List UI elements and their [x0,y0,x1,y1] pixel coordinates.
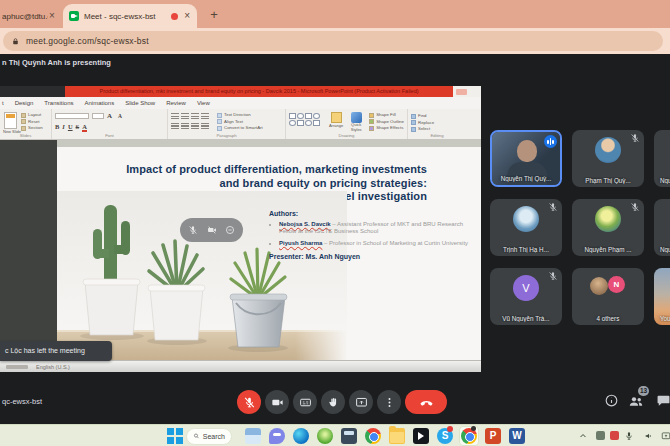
smartart-button[interactable]: Convert to SmartArt [217,125,263,132]
meeting-details-button[interactable] [604,393,619,408]
more-options-button[interactable] [377,390,401,414]
participant-tile-speaking[interactable]: Nguyễn Thị Quỳ... [490,130,562,187]
mic-toggle-button[interactable] [237,390,261,414]
participant-tile[interactable]: Trịnh Thị Hạ H... [490,199,562,256]
smartart-label: Convert to SmartArt [224,125,263,132]
window-controls-icon[interactable] [456,89,467,95]
shrink-font-button[interactable]: A [118,113,122,119]
tray-volume-icon[interactable] [644,431,654,441]
tray-app-icon[interactable] [596,431,605,440]
shape-box-icon [297,120,304,126]
bold-button[interactable]: B [55,123,59,130]
arrange-button[interactable]: Arrange [329,111,343,132]
font-size-box[interactable] [92,113,104,119]
browser-tab-strip: aphuc@tdtu.ed... × Meet - sqc-ewsx-bst ×… [0,0,670,28]
tray-expand-chevron-icon[interactable] [578,431,588,441]
participant-tile[interactable]: Ngu [654,199,670,256]
align-left-icon[interactable] [171,123,179,129]
url-text: meet.google.com/sqc-ewsx-bst [26,36,149,46]
present-button[interactable] [349,390,373,414]
author-name: Piyush Sharma [279,240,322,246]
url-bar[interactable]: meet.google.com/sqc-ewsx-bst [3,31,663,51]
camera-icon [271,396,284,409]
new-tab-button[interactable]: + [205,6,223,24]
ppt-window-title: Product differentiation, mkt investment … [65,86,453,97]
participant-tile[interactable]: Nguyễn Phạm ... [572,199,644,256]
folder-icon[interactable] [389,428,405,444]
select-button[interactable]: Select [411,126,463,133]
powerpoint-icon[interactable]: P [485,428,501,444]
coccoc-browser-icon[interactable] [317,428,333,444]
word-icon[interactable]: W [509,428,525,444]
shape-effects-button[interactable]: Shape Effects [369,125,404,132]
align-text-icon [217,119,222,124]
participant-tile[interactable]: V Vũ Nguyễn Trà... [490,268,562,325]
search-label: Search [203,433,225,440]
chrome-icon[interactable] [365,428,381,444]
teams-chat-icon[interactable] [269,428,285,444]
camera-toggle-button[interactable] [265,390,289,414]
align-right-icon[interactable] [191,123,199,129]
others-tile[interactable]: N 4 others [572,268,644,325]
ribbon-tab-design[interactable]: Design [15,100,34,106]
raise-hand-button[interactable] [321,390,345,414]
participant-name: Trịnh Thị Hạ H... [490,246,562,253]
participant-tile[interactable]: Phạm Thị Quỳ... [572,130,644,187]
strikethrough-button[interactable]: S [76,123,80,130]
bullets-icon[interactable] [171,113,179,119]
ppt-ribbon-tabs: t Design Transitions Animations Slide Sh… [0,97,481,109]
leave-call-button[interactable] [405,390,447,414]
close-icon[interactable]: × [183,11,191,21]
tray-alert-icon[interactable] [610,431,619,440]
tray-mic-icon[interactable] [624,431,634,441]
ribbon-tab-transitions[interactable]: Transitions [44,100,73,106]
calculator-icon[interactable] [341,428,357,444]
replace-icon [411,120,416,125]
shapes-gallery[interactable] [289,111,325,132]
numbering-icon[interactable] [181,113,189,119]
mic-off-icon[interactable] [188,225,198,235]
close-icon[interactable]: × [48,11,56,21]
edge-browser-icon[interactable] [293,428,309,444]
shape-effects-icon [369,126,374,131]
section-button[interactable]: Section [21,125,43,132]
align-center-icon[interactable] [181,123,189,129]
camera-off-icon[interactable] [207,225,217,235]
taskbar-search[interactable]: Search [186,428,232,445]
grow-font-button[interactable]: A [107,112,112,120]
tray-network-icon[interactable] [661,431,670,441]
browser-toolbar: meet.google.com/sqc-ewsx-bst [0,28,670,54]
participant-name: Ngu [654,177,670,184]
browser-tab-inactive[interactable]: aphuc@tdtu.ed... × [0,4,62,28]
remove-pip-icon[interactable] [225,225,235,235]
underline-button[interactable]: U [68,123,73,130]
browser-tab-active-meet[interactable]: Meet - sqc-ewsx-bst × [63,4,197,28]
participant-name: Nguyễn Phạm ... [572,246,644,253]
left-meeting-toast: c Lộc has left the meeting [0,341,112,361]
file-explorer-icon[interactable] [245,428,261,444]
ribbon-tab-view[interactable]: View [197,100,210,106]
indent-icon[interactable] [191,113,199,119]
self-view-tile[interactable]: You [654,268,670,325]
font-color-button[interactable]: A [82,123,87,132]
mic-off-icon [630,133,640,143]
ribbon-tab-review[interactable]: Review [166,100,186,106]
pip-controls-overlay[interactable] [180,218,243,242]
quick-styles-button[interactable]: Quick Styles [347,111,365,132]
media-app-icon[interactable] [413,428,429,444]
italic-button[interactable]: I [62,123,65,130]
chat-button[interactable] [656,393,670,408]
ribbon-tab-animations[interactable]: Animations [84,100,114,106]
new-slide-button[interactable]: New Slide [3,111,21,136]
reset-icon [21,119,26,124]
font-name-box[interactable] [55,113,89,119]
ribbon-tab[interactable]: t [2,100,4,106]
mic-off-icon [243,396,256,409]
participant-tile[interactable]: Ngu [654,130,670,187]
justify-icon[interactable] [201,123,209,129]
line-spacing-icon[interactable] [201,113,209,119]
captions-button[interactable] [293,390,317,414]
ribbon-tab-slideshow[interactable]: Slide Show [125,100,155,106]
person-silhouette [517,140,537,162]
windows-start-button[interactable] [167,428,183,444]
